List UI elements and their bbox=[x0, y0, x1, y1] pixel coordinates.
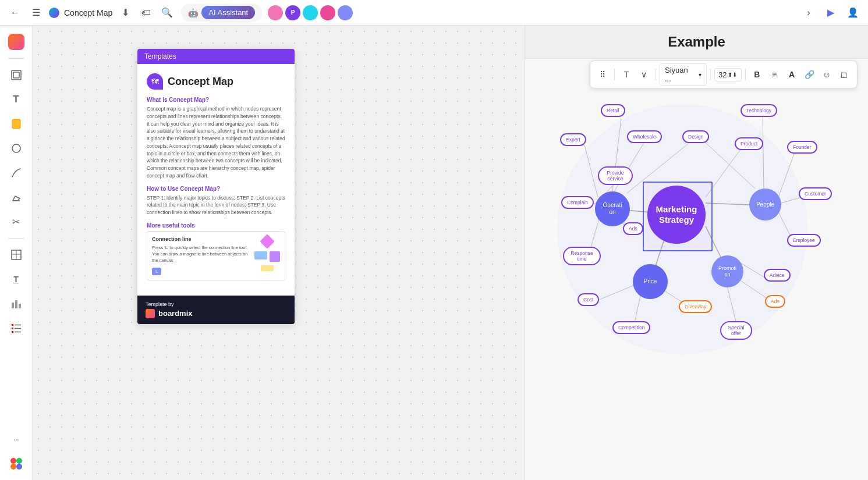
sidebar-more-button[interactable]: ··· bbox=[6, 429, 27, 450]
svg-rect-9 bbox=[15, 300, 17, 308]
sidebar-color-picker[interactable] bbox=[6, 453, 27, 474]
template-footer: Template by boardmix bbox=[137, 296, 295, 324]
menu-button[interactable]: ☰ bbox=[28, 5, 44, 21]
svg-point-3 bbox=[12, 144, 20, 152]
note-icon bbox=[10, 118, 22, 130]
template-logo-icon: 🗺 bbox=[147, 73, 163, 90]
font-select[interactable]: Siyuan ... ▾ bbox=[660, 63, 707, 86]
sidebar-note-tool[interactable] bbox=[6, 113, 27, 134]
employee-node[interactable]: Employee bbox=[787, 234, 821, 247]
founder-node[interactable]: Founder bbox=[787, 141, 817, 154]
operation-node[interactable]: Operation bbox=[595, 191, 630, 226]
rect-yellow bbox=[261, 265, 274, 271]
section2-title: How to Use Concept Map? bbox=[147, 186, 285, 192]
svg-point-19 bbox=[10, 464, 16, 470]
promotion-label: Promotion bbox=[718, 265, 736, 278]
chevron-right-icon[interactable]: › bbox=[800, 5, 817, 21]
text-icon: T bbox=[13, 94, 19, 105]
play-button[interactable]: ▶ bbox=[823, 5, 839, 21]
ai-label: AI Assistant bbox=[208, 8, 248, 17]
search-button[interactable]: 🔍 bbox=[159, 5, 175, 21]
section3-title: More useful tools bbox=[147, 222, 285, 229]
svg-point-18 bbox=[16, 458, 22, 464]
technology-node[interactable]: Technology bbox=[741, 104, 777, 117]
wholesale-node[interactable]: Wholesale bbox=[627, 130, 662, 143]
sidebar-divider-1 bbox=[8, 58, 24, 59]
cost-node[interactable]: Cost bbox=[578, 293, 599, 306]
conn-diagram bbox=[254, 236, 280, 271]
sidebar-shape-tool[interactable] bbox=[6, 138, 27, 159]
sidebar-text-tool[interactable]: T bbox=[6, 89, 27, 110]
sidebar-chart-tool[interactable] bbox=[6, 293, 27, 314]
sidebar-text2-tool[interactable]: T bbox=[6, 269, 27, 290]
text-type-button[interactable]: T bbox=[618, 66, 635, 83]
svg-rect-13 bbox=[12, 328, 13, 329]
complain-node[interactable]: Complain bbox=[561, 196, 594, 209]
template-section-2: How to Use Concept Map? STEP 1: Identify… bbox=[147, 186, 285, 216]
toolbar-divider-3 bbox=[710, 69, 711, 80]
svg-rect-8 bbox=[12, 303, 14, 308]
svg-rect-15 bbox=[12, 331, 13, 333]
download-button[interactable]: ⬇ bbox=[117, 5, 133, 21]
emoji-button[interactable]: ☺ bbox=[819, 66, 835, 83]
ai-assistant-button[interactable]: AI Assistant bbox=[201, 6, 255, 19]
advice-node[interactable]: Advice bbox=[764, 269, 791, 282]
chart-icon bbox=[10, 298, 22, 310]
sidebar-eraser-tool[interactable] bbox=[6, 187, 27, 208]
main-layout: T ✂ T ··· bbox=[0, 26, 868, 480]
align-button[interactable]: ≡ bbox=[766, 66, 782, 83]
sidebar-logo[interactable] bbox=[6, 31, 27, 52]
drag-handle[interactable]: ⠿ bbox=[594, 66, 611, 83]
price-node[interactable]: Price bbox=[633, 264, 668, 299]
boardmix-label: boardmix bbox=[158, 309, 193, 318]
template-section-3: More useful tools Connection line Press … bbox=[147, 222, 285, 280]
sidebar-scissors-tool[interactable]: ✂ bbox=[6, 211, 27, 232]
expert-node[interactable]: Expert bbox=[560, 133, 586, 146]
style-button[interactable]: ◻ bbox=[836, 66, 852, 83]
back-button[interactable]: ← bbox=[7, 5, 23, 21]
promotion-node[interactable]: Promotion bbox=[711, 255, 743, 287]
avatar-5 bbox=[338, 5, 353, 20]
ai-icon: 🤖 bbox=[188, 8, 198, 17]
conn-text-area: Connection line Press 'L' to quickly sel… bbox=[152, 236, 250, 275]
ai-assistant-area[interactable]: 🤖 AI Assistant bbox=[181, 3, 262, 22]
provide-service-node[interactable]: Provide service bbox=[598, 166, 633, 185]
template-section-1: What is Concept Map? Concept map is a gr… bbox=[147, 97, 285, 180]
color-button[interactable]: A bbox=[784, 66, 800, 83]
conn-body: Press 'L' to quickly select the connecti… bbox=[152, 244, 250, 264]
competition-node[interactable]: Competition bbox=[612, 321, 650, 334]
svg-point-17 bbox=[10, 458, 16, 464]
sidebar-pen-tool[interactable] bbox=[6, 162, 27, 183]
retail-node[interactable]: Retail bbox=[601, 104, 625, 117]
text2-icon: T bbox=[13, 275, 19, 284]
response-time-node[interactable]: Response time bbox=[563, 247, 601, 265]
cloud-icon bbox=[49, 8, 59, 18]
product-node[interactable]: Product bbox=[735, 137, 763, 150]
sidebar-table-tool[interactable] bbox=[6, 244, 27, 265]
sidebar-list-tool[interactable] bbox=[6, 318, 27, 339]
frame-icon bbox=[10, 69, 22, 81]
topbar: ← ☰ Concept Map ⬇ 🏷 🔍 🤖 AI Assistant P ›… bbox=[0, 0, 868, 26]
share-button[interactable]: 👤 bbox=[845, 5, 861, 21]
size-arrows: ⬆⬇ bbox=[728, 72, 737, 78]
text-type-chevron[interactable]: ∨ bbox=[636, 66, 652, 83]
people-node[interactable]: People bbox=[749, 189, 781, 221]
svg-point-20 bbox=[16, 464, 22, 470]
toolbar-divider-1 bbox=[614, 69, 615, 80]
canvas-area[interactable]: Templates 🗺 Concept Map What is Concept … bbox=[33, 26, 868, 480]
example-header: Example bbox=[525, 26, 868, 59]
special-offer-node[interactable]: Special offer bbox=[720, 321, 752, 340]
ads-orange-node[interactable]: Ads bbox=[765, 295, 785, 308]
ads-blue-node[interactable]: Ads bbox=[623, 222, 643, 235]
design-node[interactable]: Design bbox=[682, 130, 709, 143]
tag-button[interactable]: 🏷 bbox=[138, 5, 154, 21]
font-size-select[interactable]: 32 ⬆⬇ bbox=[714, 68, 741, 81]
customer-node[interactable]: Customer bbox=[799, 187, 832, 200]
logo-icon bbox=[8, 34, 24, 50]
toolbar-divider-4 bbox=[745, 69, 745, 80]
link-button[interactable]: 🔗 bbox=[801, 66, 817, 83]
giveaway-node[interactable]: Giveaway bbox=[679, 300, 712, 313]
center-node[interactable]: MarketingStrategy bbox=[647, 186, 706, 244]
bold-button[interactable]: B bbox=[749, 66, 765, 83]
sidebar-frame-tool[interactable] bbox=[6, 65, 27, 86]
